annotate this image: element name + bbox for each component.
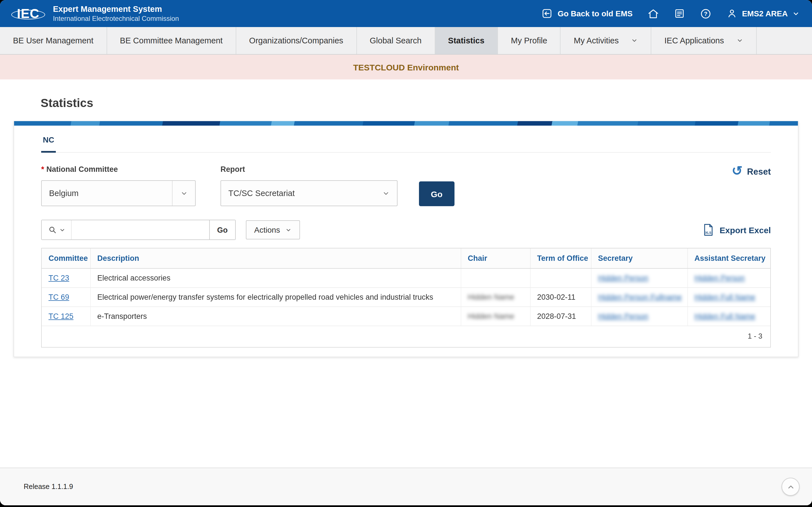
actions-label: Actions (254, 225, 280, 234)
back-arrow-icon (541, 8, 553, 19)
table-row: TC 23 Electrical accessories Hidden Pers… (42, 269, 770, 288)
description-cell: Electrical accessories (90, 269, 461, 288)
secretary-link-blurred[interactable]: Hidden Person (598, 274, 649, 282)
header-actions: Go Back to old EMS ? EMS2 AREA (541, 8, 800, 19)
app-window: IEC Expert Management System Internation… (0, 0, 812, 505)
chevron-down-icon (374, 181, 397, 206)
report-table: Committee Description Chair Term of Offi… (41, 248, 771, 348)
description-cell: e-Transporters (90, 307, 461, 326)
secretary-link-blurred[interactable]: Hidden Person Fullname (598, 293, 682, 301)
filter-row: *National Committee Belgium Report TC/SC… (41, 153, 771, 215)
account-label: EMS2 AREA (742, 9, 788, 18)
environment-banner: TESTCLOUD Environment (0, 55, 812, 79)
nav-item-organizations-companies[interactable]: Organizations/Companies (236, 27, 357, 54)
iec-logo[interactable]: IEC (12, 5, 44, 22)
go-button[interactable]: Go (419, 181, 455, 206)
table-row: TC 125 e-Transporters Hidden Name 2028-0… (42, 307, 770, 326)
nav-label: BE User Management (13, 36, 93, 45)
nav-item-iec-applications[interactable]: IEC Applications (652, 27, 757, 54)
nav-label: My Profile (511, 36, 547, 45)
chevron-down-icon (631, 37, 638, 44)
report-label: Report (220, 165, 398, 173)
svg-text:XLS: XLS (705, 231, 712, 234)
search-go-button[interactable]: Go (209, 220, 235, 239)
nav-item-global-search[interactable]: Global Search (357, 27, 435, 54)
nav-item-be-user-management[interactable]: BE User Management (0, 27, 107, 54)
app-title: Expert Management System (53, 4, 179, 15)
assistant-secretary-link-blurred[interactable]: Hidden Full Name (695, 293, 755, 301)
column-description[interactable]: Description (90, 248, 461, 269)
search-input[interactable] (71, 220, 209, 239)
user-icon (726, 8, 738, 19)
nav-label: Global Search (370, 36, 421, 45)
national-committee-label: *National Committee (41, 165, 196, 173)
go-back-to-old-ems-button[interactable]: Go Back to old EMS (541, 8, 633, 19)
nav-label: My Activities (574, 36, 619, 45)
main-content: Statistics NC *National Committee Belgiu… (0, 79, 812, 467)
nav-item-statistics[interactable]: Statistics (435, 27, 498, 54)
app-header: IEC Expert Management System Internation… (0, 0, 812, 27)
reset-icon: ↺ (732, 165, 743, 177)
assistant-secretary-link-blurred[interactable]: Hidden Full Name (695, 312, 755, 321)
chair-cell (461, 269, 530, 288)
nav-item-my-profile[interactable]: My Profile (498, 27, 561, 54)
committee-link[interactable]: TC 125 (49, 312, 73, 321)
report-field: Report TC/SC Secretariat (220, 165, 398, 206)
column-assistant-secretary[interactable]: Assistant Secretary (688, 248, 770, 269)
column-secretary[interactable]: Secretary (591, 248, 688, 269)
assistant-secretary-link-blurred[interactable]: Hidden Person (695, 274, 745, 282)
report-toolbar: Go Actions XLS Export Exc (41, 215, 771, 248)
actions-button[interactable]: Actions (246, 220, 300, 239)
go-back-label: Go Back to old EMS (558, 9, 633, 18)
national-committee-field: *National Committee Belgium (41, 165, 196, 206)
xls-file-icon: XLS (702, 223, 714, 237)
committee-link[interactable]: TC 69 (49, 293, 69, 301)
chair-name-blurred: Hidden Name (468, 312, 514, 321)
account-menu[interactable]: EMS2 AREA (726, 8, 800, 19)
column-committee[interactable]: Committee (42, 248, 90, 269)
app-subtitle: International Electrotechnical Commissio… (53, 14, 179, 23)
news-icon[interactable] (674, 8, 685, 19)
nav-item-be-committee-management[interactable]: BE Committee Management (107, 27, 236, 54)
app-titles: Expert Management System International E… (53, 4, 179, 23)
column-term-of-office[interactable]: Term of Office (530, 248, 591, 269)
nav-label: Organizations/Companies (249, 36, 343, 45)
scroll-to-top-button[interactable] (781, 478, 800, 496)
environment-banner-text: TESTCLOUD Environment (353, 62, 459, 72)
export-excel-button[interactable]: XLS Export Excel (702, 223, 771, 237)
reset-button[interactable]: ↺ Reset (732, 165, 771, 178)
page-title: Statistics (41, 96, 812, 110)
chevron-down-icon (172, 181, 195, 206)
report-value: TC/SC Secretariat (221, 181, 374, 206)
table-row: TC 69 Electrical power/energy transfer s… (42, 288, 770, 307)
term-cell (530, 269, 591, 288)
page-footer: Release 1.1.1.9 (0, 467, 812, 505)
nav-label: BE Committee Management (120, 36, 222, 45)
chevron-down-icon (737, 37, 743, 44)
decorative-blue-stripe (14, 121, 798, 126)
table-header-row: Committee Description Chair Term of Offi… (42, 248, 770, 269)
chevron-up-icon (786, 483, 795, 491)
nav-item-my-activities[interactable]: My Activities (561, 27, 652, 54)
description-cell: Electrical power/energy transfer systems… (90, 288, 461, 307)
nav-label: Statistics (448, 36, 485, 45)
secretary-link-blurred[interactable]: Hidden Person (598, 312, 649, 321)
column-chair[interactable]: Chair (461, 248, 530, 269)
help-icon[interactable]: ? (700, 8, 712, 19)
chevron-down-icon (285, 227, 291, 233)
pagination: 1 - 3 (42, 326, 770, 347)
main-nav: BE User Management BE Committee Manageme… (0, 27, 812, 55)
chevron-down-icon (59, 227, 65, 233)
tab-bar: NC (41, 126, 771, 153)
home-icon[interactable] (647, 8, 659, 19)
release-version: Release 1.1.1.9 (24, 483, 73, 491)
search-options-button[interactable] (42, 220, 71, 239)
report-select[interactable]: TC/SC Secretariat (220, 180, 398, 206)
svg-text:?: ? (704, 10, 707, 17)
national-committee-select[interactable]: Belgium (41, 180, 196, 206)
iec-logo-text: IEC (17, 6, 40, 20)
term-cell: 2028-07-31 (530, 307, 591, 326)
statistics-panel: NC *National Committee Belgium Report (13, 121, 799, 357)
committee-link[interactable]: TC 23 (49, 274, 69, 282)
tab-nc[interactable]: NC (41, 135, 56, 153)
